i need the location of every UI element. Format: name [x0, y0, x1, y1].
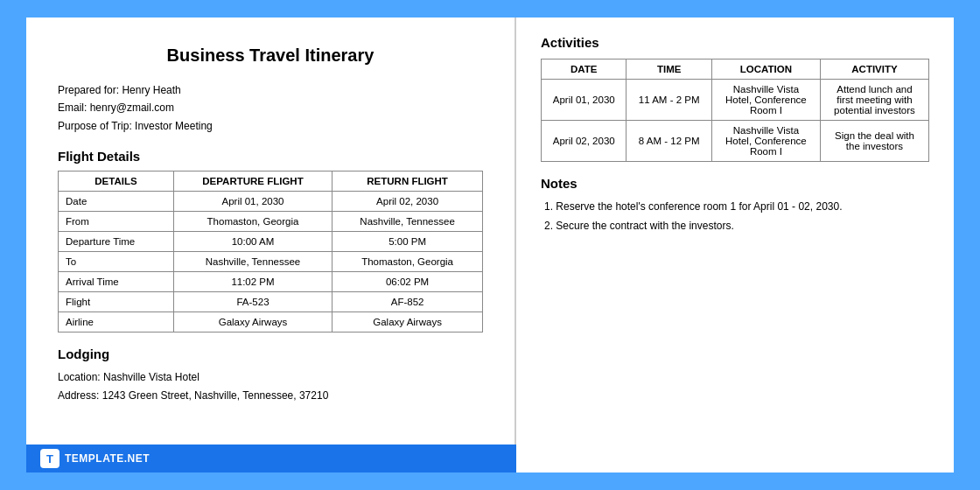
purpose-label: Purpose of Trip:: [58, 120, 132, 132]
document: Business Travel Itinerary Prepared for: …: [26, 18, 954, 472]
right-panel: Activities DATE TIME LOCATION ACTIVITY A…: [516, 18, 954, 472]
lodging-info: Location: Nashville Vista Hotel Address:…: [58, 368, 483, 404]
prepared-for-line: Prepared for: Henry Heath: [58, 81, 483, 99]
table-cell: 8 AM - 12 PM: [626, 121, 711, 162]
activities-title: Activities: [541, 35, 929, 50]
act-col-date: DATE: [542, 60, 626, 80]
left-panel: Business Travel Itinerary Prepared for: …: [26, 18, 516, 472]
table-cell: 5:00 PM: [332, 232, 483, 252]
flight-col-return: RETURN FLIGHT: [332, 172, 483, 192]
flight-table-body: DateApril 01, 2030April 02, 2030FromThom…: [59, 192, 483, 332]
table-cell: AF-852: [332, 292, 483, 312]
table-cell: Date: [59, 192, 174, 212]
email-line: Email: henry@zmail.com: [58, 99, 483, 116]
table-cell: Galaxy Airways: [173, 312, 332, 332]
table-row: DateApril 01, 2030April 02, 2030: [59, 192, 483, 212]
act-col-time: TIME: [626, 60, 711, 80]
table-cell: April 02, 2030: [332, 192, 483, 212]
table-row: April 01, 203011 AM - 2 PMNashville Vist…: [542, 80, 929, 121]
lodging-address-value: 1243 Green Street, Nashville, Tennessee,…: [102, 389, 329, 402]
table-cell: Sign the deal with the investors: [820, 121, 928, 162]
table-row: Arrival Time11:02 PM06:02 PM: [59, 272, 483, 292]
list-item: 1. Reserve the hotel's conference room 1…: [544, 198, 929, 217]
prepared-for-label: Prepared for:: [58, 84, 119, 96]
table-cell: Airline: [59, 312, 174, 332]
act-col-activity: ACTIVITY: [820, 60, 928, 80]
table-cell: From: [59, 212, 174, 232]
table-cell: 11:02 PM: [173, 272, 332, 292]
list-item: 2. Secure the contract with the investor…: [544, 217, 929, 236]
notes-list: 1. Reserve the hotel's conference room 1…: [541, 198, 929, 235]
table-cell: To: [59, 252, 174, 272]
table-cell: 10:00 AM: [173, 232, 332, 252]
table-cell: April 01, 2030: [173, 192, 332, 212]
table-row: Departure Time10:00 AM5:00 PM: [59, 232, 483, 252]
purpose-value: Investor Meeting: [135, 120, 213, 132]
activities-table: DATE TIME LOCATION ACTIVITY April 01, 20…: [541, 59, 929, 162]
lodging-address-line: Address: 1243 Green Street, Nashville, T…: [58, 387, 483, 404]
table-cell: Nashville Vista Hotel, Conference Room I: [711, 121, 820, 162]
table-row: AirlineGalaxy AirwaysGalaxy Airways: [59, 312, 483, 332]
lodging-title: Lodging: [58, 346, 483, 361]
document-title: Business Travel Itinerary: [58, 46, 483, 66]
info-block: Prepared for: Henry Heath Email: henry@z…: [58, 81, 483, 135]
table-cell: 06:02 PM: [332, 272, 483, 292]
email-label: Email:: [58, 102, 87, 114]
activities-table-body: April 01, 203011 AM - 2 PMNashville Vist…: [542, 80, 929, 162]
table-cell: Nashville, Tennessee: [173, 252, 332, 272]
email-value: henry@zmail.com: [90, 102, 174, 114]
table-row: ToNashville, TennesseeThomaston, Georgia: [59, 252, 483, 272]
footer-logo: T: [40, 449, 60, 468]
footer-brand: TEMPLATE.NET: [65, 452, 150, 465]
table-cell: Arrival Time: [59, 272, 174, 292]
flight-details-title: Flight Details: [58, 149, 483, 164]
table-cell: April 02, 2030: [542, 121, 626, 162]
table-cell: Nashville, Tennessee: [332, 212, 483, 232]
flight-table-header-row: DETAILS DEPARTURE FLIGHT RETURN FLIGHT: [59, 172, 483, 192]
footer-bar: T TEMPLATE.NET: [26, 444, 516, 472]
activities-header-row: DATE TIME LOCATION ACTIVITY: [542, 60, 929, 80]
table-cell: Nashville Vista Hotel, Conference Room I: [711, 80, 820, 121]
lodging-address-label: Address:: [58, 389, 99, 402]
table-row: FlightFA-523AF-852: [59, 292, 483, 312]
flight-col-details: DETAILS: [59, 172, 174, 192]
table-row: FromThomaston, GeorgiaNashville, Tenness…: [59, 212, 483, 232]
prepared-for-value: Henry Heath: [122, 84, 180, 96]
table-cell: Galaxy Airways: [332, 312, 483, 332]
purpose-line: Purpose of Trip: Investor Meeting: [58, 117, 483, 135]
table-row: April 02, 20308 AM - 12 PMNashville Vist…: [542, 121, 929, 162]
table-cell: Attend lunch and first meeting with pote…: [820, 80, 928, 121]
flight-table: DETAILS DEPARTURE FLIGHT RETURN FLIGHT D…: [58, 171, 483, 332]
table-cell: Flight: [59, 292, 174, 312]
notes-title: Notes: [541, 176, 929, 191]
table-cell: April 01, 2030: [542, 80, 626, 121]
lodging-location-value: Nashville Vista Hotel: [103, 371, 200, 383]
flight-col-departure: DEPARTURE FLIGHT: [173, 172, 332, 192]
table-cell: Thomaston, Georgia: [332, 252, 483, 272]
act-col-location: LOCATION: [711, 60, 820, 80]
table-cell: FA-523: [173, 292, 332, 312]
lodging-location-line: Location: Nashville Vista Hotel: [58, 368, 483, 386]
table-cell: Thomaston, Georgia: [173, 212, 332, 232]
table-cell: Departure Time: [59, 232, 174, 252]
lodging-location-label: Location:: [58, 371, 101, 383]
lodging-section: Lodging Location: Nashville Vista Hotel …: [58, 346, 483, 404]
table-cell: 11 AM - 2 PM: [626, 80, 711, 121]
